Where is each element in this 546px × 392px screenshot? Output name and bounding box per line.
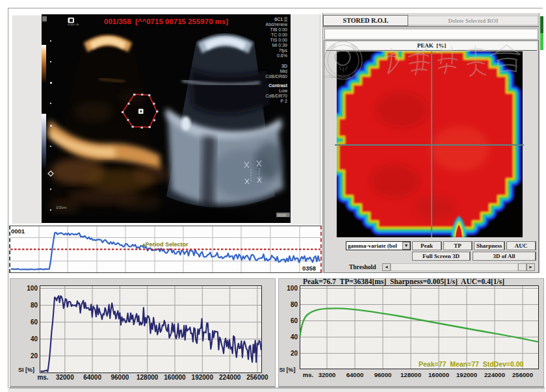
svg-text:ms.: ms. bbox=[303, 371, 314, 378]
svg-text:64000: 64000 bbox=[346, 371, 364, 378]
svg-text:96000: 96000 bbox=[110, 374, 129, 381]
svg-text:SI [%]: SI [%] bbox=[18, 367, 34, 373]
svg-text:100: 100 bbox=[27, 285, 38, 292]
svg-text:224000: 224000 bbox=[219, 374, 241, 381]
svg-text:7fps: 7fps bbox=[279, 48, 288, 53]
svg-text:40: 40 bbox=[31, 335, 38, 343]
svg-text:Abd/renew: Abd/renew bbox=[266, 22, 288, 27]
svg-text:MI 0:39: MI 0:39 bbox=[272, 43, 287, 47]
svg-text:60: 60 bbox=[291, 317, 298, 324]
svg-text:160000: 160000 bbox=[428, 371, 449, 378]
svg-text:32000: 32000 bbox=[56, 374, 74, 381]
svg-text:3D: 3D bbox=[281, 64, 287, 68]
svg-text:80: 80 bbox=[291, 301, 298, 308]
svg-text:TIS 0:00: TIS 0:00 bbox=[270, 38, 288, 42]
svg-text:64000: 64000 bbox=[83, 374, 101, 381]
svg-text:128000: 128000 bbox=[400, 371, 421, 378]
svg-text:Peak=76.7 TP=36384[ms] Sharp: Peak=76.7 TP=36384[ms] Sharpness=0.005[1… bbox=[303, 279, 504, 286]
svg-text:20: 20 bbox=[31, 352, 38, 359]
svg-text:40: 40 bbox=[291, 333, 298, 341]
svg-text:Contrast: Contrast bbox=[268, 83, 287, 88]
svg-text:256000: 256000 bbox=[246, 374, 268, 381]
svg-text:TIB 0:00: TIB 0:00 bbox=[270, 27, 288, 32]
svg-text:Mid: Mid bbox=[280, 69, 287, 73]
svg-text:160000: 160000 bbox=[164, 374, 186, 381]
svg-text:ms.: ms. bbox=[37, 374, 48, 381]
svg-text:Low: Low bbox=[279, 88, 288, 93]
svg-text:CdB/DR60: CdB/DR60 bbox=[266, 74, 288, 79]
svg-text:CdB/DR70: CdB/DR70 bbox=[266, 94, 288, 98]
svg-text:60: 60 bbox=[31, 319, 38, 326]
svg-text:▴Period Selector: ▴Period Selector bbox=[142, 241, 188, 248]
svg-text:torque·4b: torque·4b bbox=[68, 23, 79, 26]
svg-text:TC 0:00: TC 0:00 bbox=[271, 33, 287, 37]
svg-text:192000: 192000 bbox=[456, 371, 477, 378]
svg-text:128000: 128000 bbox=[136, 374, 159, 381]
svg-text:Peak=77 Mean=77 StdDev=0.00: Peak=77 Mean=77 StdDev=0.00 bbox=[419, 360, 524, 368]
svg-text:32000: 32000 bbox=[318, 371, 336, 378]
svg-text:CHINESE MEDICAL ASSOC: CHINESE MEDICAL ASSOC bbox=[324, 75, 363, 79]
svg-text:P 2: P 2 bbox=[281, 99, 287, 103]
svg-text:256000: 256000 bbox=[512, 371, 533, 378]
svg-text:224000: 224000 bbox=[484, 371, 505, 378]
svg-text:96000: 96000 bbox=[374, 371, 392, 378]
svg-text:20: 20 bbox=[291, 350, 298, 357]
svg-text:6C1 ▒: 6C1 ▒ bbox=[274, 17, 287, 22]
svg-text:0358: 0358 bbox=[302, 265, 316, 272]
svg-text:0001: 0001 bbox=[11, 228, 25, 235]
svg-text:0000: 0000 bbox=[278, 213, 287, 217]
svg-text:SI [%]: SI [%] bbox=[280, 367, 296, 373]
svg-text:100: 100 bbox=[287, 285, 298, 292]
svg-text:1/2cm: 1/2cm bbox=[56, 205, 66, 209]
svg-text:0.6%: 0.6% bbox=[277, 53, 287, 58]
svg-text:80: 80 bbox=[31, 302, 38, 309]
svg-text:001/358 [^^0715 00715 255970: 001/358 [^^0715 00715 255970 ms] bbox=[104, 18, 228, 25]
svg-text:192000: 192000 bbox=[192, 374, 214, 381]
